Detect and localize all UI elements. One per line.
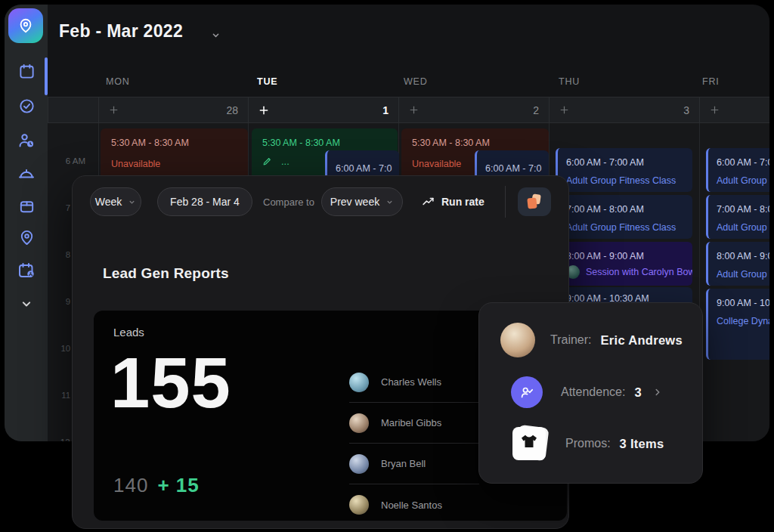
day-header-thu: THU [559, 76, 580, 87]
pencil-icon [262, 156, 272, 166]
trainer-avatar [500, 323, 535, 357]
promos-label: Promos: [565, 437, 611, 450]
list-item[interactable]: Noelle Santos [349, 484, 479, 525]
trending-up-icon [422, 196, 435, 209]
trainer-row: Trainer: Eric Andrews [500, 323, 683, 357]
leads-value: 155 [110, 342, 231, 424]
trainer-card: Trainer: Eric Andrews Attendence: 3 Prom… [478, 302, 703, 484]
add-event-icon[interactable] [559, 105, 569, 115]
box-icon [18, 197, 36, 215]
add-event-icon[interactable] [710, 105, 720, 115]
app-logo[interactable] [8, 8, 43, 43]
sidebar-item-tasks[interactable] [17, 97, 36, 115]
day-header-fri: FRI [702, 76, 720, 87]
time-label: 6 AM [48, 156, 85, 165]
date-cell-tue: 1 [248, 97, 398, 122]
list-item[interactable]: Charles Wells [349, 362, 479, 403]
check-circle-icon [18, 97, 36, 115]
add-event-icon[interactable] [409, 105, 419, 115]
attendance-row[interactable]: Attendence: 3 [511, 376, 663, 409]
event-thu-6am[interactable]: 6:00 AM - 7:00 AM Adult Group Fitness Cl… [556, 148, 692, 192]
user-check-icon [519, 384, 535, 401]
attendance-icon-circle [511, 376, 543, 408]
sidebar-item-client-history[interactable] [17, 131, 36, 150]
calendar-icon [18, 63, 36, 80]
date-cell-fri [699, 97, 769, 122]
month-dropdown[interactable] [210, 29, 221, 44]
list-item[interactable]: Bryan Bell [349, 444, 479, 484]
leads-people-list: Charles Wells Maribel Gibbs Bryan Bell N… [349, 362, 479, 525]
date-number: 3 [683, 104, 689, 116]
day-header-wed: WED [404, 76, 428, 87]
avatar [349, 495, 369, 515]
sidebar-item-calendar[interactable] [17, 62, 36, 80]
trainer-label: Trainer: [550, 333, 592, 347]
promo-shortcut-button[interactable] [518, 187, 551, 216]
day-header-mon: MON [106, 76, 130, 87]
avatar [349, 413, 369, 433]
more-indicator: ... [281, 156, 289, 167]
sidebar-item-locations[interactable] [17, 228, 36, 246]
run-rate-toggle[interactable]: Run rate [422, 187, 485, 216]
date-cell-mon: 28 [98, 97, 248, 122]
trainer-name: Eric Andrews [601, 333, 683, 348]
chevron-down-icon [210, 29, 221, 41]
tshirt-icon [518, 432, 540, 455]
page-title: Feb - Mar 2022 [59, 21, 183, 42]
sidebar-item-packages[interactable] [17, 196, 36, 215]
chevron-right-icon [652, 387, 663, 397]
date-range-button[interactable]: Feb 28 - Mar 4 [157, 187, 252, 216]
sidebar-item-services[interactable] [17, 165, 36, 183]
day-header-tue: TUE [257, 76, 277, 87]
promo-box-icon [527, 194, 542, 209]
promos-value: 3 Items [620, 437, 664, 451]
date-row: 28 1 2 3 [48, 97, 769, 123]
promo-tshirt-image [512, 425, 549, 462]
date-number: 28 [226, 104, 238, 116]
sidebar-item-appointments[interactable] [17, 261, 36, 280]
sidebar-expand[interactable] [17, 295, 36, 313]
user-clock-icon [17, 131, 36, 150]
calendar-user-icon [17, 261, 36, 280]
location-pin-outline-icon [18, 229, 36, 246]
event-fri-7am[interactable]: 7:00 AM - 8:0 Adult Group F [706, 195, 769, 239]
screen: Feb - Mar 2022 MON TUE WED THU FRI 28 1 … [0, 0, 774, 532]
leads-previous: 140 [113, 474, 148, 497]
date-cell-thu: 3 [549, 97, 699, 122]
date-number: 2 [533, 104, 539, 116]
panel-title: Lead Gen Reports [103, 265, 229, 282]
event-thu-7am[interactable]: 7:00 AM - 8:00 AM Adult Group Fitness Cl… [556, 195, 692, 239]
divider [505, 186, 506, 218]
event-fri-8am[interactable]: 8:00 AM - 9:0 Adult Group F [706, 242, 769, 286]
chevron-down-icon [128, 198, 136, 206]
avatar [349, 454, 369, 474]
leads-delta: + 15 [157, 474, 199, 497]
service-bell-icon [17, 165, 36, 183]
event-fri-6am[interactable]: 6:00 AM - 7:0 Adult Group F [706, 148, 769, 192]
add-event-icon[interactable] [259, 105, 269, 116]
sidebar [5, 5, 48, 441]
avatar [349, 373, 369, 392]
location-pin-icon [17, 17, 34, 34]
leads-comparison: 140 + 15 [113, 474, 200, 497]
attendance-label: Attendence: [561, 385, 625, 399]
event-thu-session[interactable]: 8:00 AM - 9:00 AM Session with Carolyn B… [556, 242, 692, 286]
date-cell-gutter [48, 97, 98, 122]
leads-label: Leads [113, 326, 144, 339]
add-event-icon[interactable] [109, 105, 119, 115]
date-cell-wed: 2 [398, 97, 549, 122]
list-item[interactable]: Maribel Gibbs [349, 403, 479, 444]
promos-row[interactable]: Promos: 3 Items [512, 424, 664, 463]
date-number: 1 [382, 104, 389, 116]
period-dropdown[interactable]: Week [90, 187, 141, 216]
chevron-down-icon [19, 296, 34, 311]
compare-to-label: Compare to [263, 187, 314, 216]
chevron-down-icon [385, 198, 394, 206]
compare-dropdown[interactable]: Prev week [321, 187, 403, 216]
sidebar-active-indicator [45, 57, 48, 95]
attendance-value: 3 [634, 385, 641, 400]
event-fri-9am[interactable]: 9:00 AM - 10: College Dyna [706, 289, 769, 360]
